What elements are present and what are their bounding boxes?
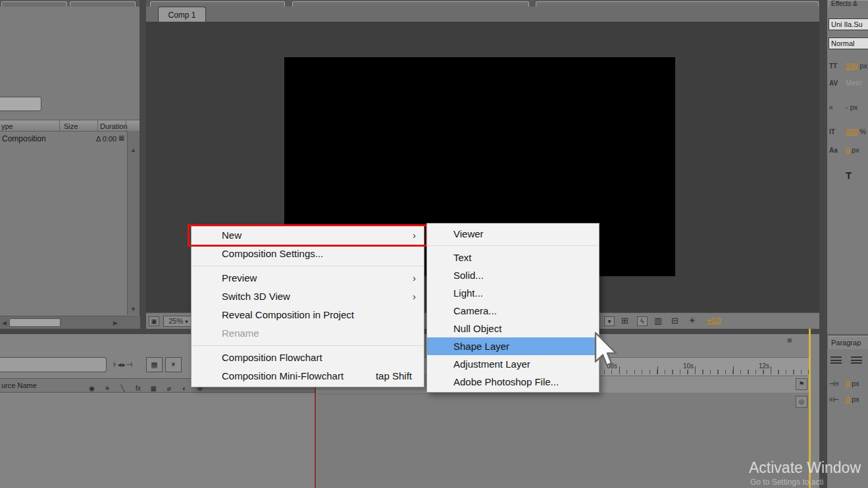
zoom-tool-icon[interactable]: ◎ — [796, 396, 807, 408]
in-out-duration-icon[interactable]: ⊦◂▸⊣ — [113, 360, 133, 369]
indent-left-row: ⊣≡0 px — [829, 379, 859, 387]
kerning-value[interactable]: Metri — [846, 79, 861, 87]
cut-tab[interactable] — [292, 1, 529, 7]
scroll-up-icon[interactable]: ▲ — [130, 147, 136, 153]
submenu-arrow-icon: › — [413, 226, 416, 245]
column-type[interactable]: ype — [1, 122, 13, 130]
submenu-arrow-icon: › — [413, 287, 416, 306]
composition-chart-icon[interactable]: ▦ — [146, 357, 163, 372]
scroll-left-icon[interactable]: ◀ — [2, 320, 7, 326]
menu-item-composition-settings[interactable]: Composition Settings... — [191, 245, 424, 263]
new-submenu: Viewer Text Solid... Light... Camera... … — [426, 223, 600, 393]
menu-item-preview[interactable]: Preview › — [191, 269, 424, 287]
faux-bold-label[interactable]: T — [846, 170, 852, 181]
baseline-shift-value[interactable]: 0 — [846, 146, 850, 154]
draft-switch-icon[interactable]: ╲ — [116, 385, 129, 392]
leading-value[interactable]: - — [846, 103, 848, 111]
exposure-value[interactable]: +0.0 — [707, 316, 721, 324]
cut-tab[interactable] — [70, 1, 136, 7]
column-divider[interactable] — [59, 120, 60, 131]
column-divider[interactable] — [97, 120, 98, 131]
blend-mode-value: Normal — [831, 39, 854, 47]
column-size[interactable]: Size — [64, 122, 78, 130]
activate-windows-watermark: Activate Window — [749, 459, 861, 477]
motion-blur-switch-icon[interactable]: ⌀ — [163, 385, 175, 392]
cut-tab[interactable] — [1, 1, 67, 7]
resolution-dropdown-icon[interactable]: ▾ — [604, 316, 615, 326]
kerning-row: AVMetri — [829, 79, 861, 87]
menu-item-label: Composition Mini-Flowchart — [222, 370, 344, 381]
menu-item-switch-3d-view[interactable]: Switch 3D View › — [191, 287, 424, 306]
project-horizontal-scrollbar[interactable]: ◀ ▶ — [0, 316, 140, 329]
scroll-down-icon[interactable]: ▼ — [130, 306, 136, 312]
effects-panel-tab[interactable]: Effects & — [829, 0, 868, 7]
adjustment-switch-icon[interactable]: ◐ — [178, 385, 191, 392]
project-search-field[interactable] — [0, 97, 41, 111]
faux-styles-row: T — [829, 170, 852, 181]
submenu-item-viewer[interactable]: Viewer — [427, 225, 599, 243]
submenu-item-shape-layer[interactable]: Shape Layer — [427, 337, 599, 355]
motion-blur-toggle-icon[interactable]: ☀ — [165, 357, 182, 372]
submenu-item-text[interactable]: Text — [427, 249, 599, 266]
comp-marker-bin-icon[interactable]: ⚑ — [796, 378, 807, 390]
cut-tab[interactable] — [150, 1, 285, 7]
pixel-aspect-icon[interactable]: ⊟ — [671, 316, 678, 326]
video-switch-icon[interactable]: ◉ — [86, 385, 98, 392]
menu-item-label: Shape Layer — [453, 341, 509, 352]
submenu-item-solid[interactable]: Solid... — [427, 266, 599, 284]
submenu-item-null-object[interactable]: Null Object — [427, 320, 599, 337]
baseline-shift-row: Aa0 px — [829, 146, 859, 154]
cut-tab[interactable] — [536, 1, 819, 7]
submenu-item-adobe-photoshop-file[interactable]: Adobe Photoshop File... — [427, 373, 599, 391]
scrollbar-thumb[interactable] — [9, 318, 61, 327]
font-size-value[interactable]: 190 — [846, 62, 857, 70]
column-divider[interactable] — [126, 120, 126, 131]
indent-right-unit: px — [852, 395, 859, 403]
preview-toggle-icon[interactable]: ▣ — [149, 316, 159, 326]
timeline-search-field[interactable] — [0, 357, 107, 372]
submenu-item-camera[interactable]: Camera... — [427, 302, 599, 320]
submenu-item-light[interactable]: Light... — [427, 284, 599, 302]
column-duration[interactable]: Duration — [100, 122, 128, 130]
project-vertical-scrollbar[interactable]: ▲ ▼ — [127, 131, 140, 315]
paragraph-panel-header: Paragrap — [827, 334, 868, 349]
indent-left-value[interactable]: 0 — [846, 379, 850, 387]
timeline-panel-menu-icon[interactable]: ≡ — [787, 335, 792, 345]
menu-item-label: Text — [453, 252, 472, 263]
view-layout-icon[interactable]: ▥ — [654, 316, 662, 326]
grid-options-icon[interactable]: ⊞ — [621, 316, 628, 326]
menu-item-composition-mini-flowchart[interactable]: Composition Mini-Flowchart tap Shift — [191, 367, 424, 385]
indent-right-value[interactable]: 0 — [846, 395, 850, 403]
menu-item-composition-flowchart[interactable]: Composition Flowchart — [191, 349, 424, 367]
menu-item-label: Preview — [222, 272, 257, 283]
frame-blend-switch-icon[interactable]: ▦ — [147, 385, 160, 392]
panel-gap-vertical — [140, 0, 146, 329]
source-name-column[interactable]: urce Name — [1, 381, 37, 389]
menu-item-label: New — [222, 230, 242, 241]
fast-preview-icon[interactable]: ϟ — [637, 316, 648, 326]
tab-comp-1[interactable]: Comp 1 — [158, 7, 206, 22]
blend-mode-dropdown[interactable]: Normal — [829, 37, 868, 49]
fx-switch-icon[interactable]: fx — [132, 385, 144, 392]
solo-switch-icon[interactable]: ☀ — [101, 385, 113, 392]
menu-item-label: Solid... — [453, 270, 484, 281]
leading-unit: px — [850, 103, 858, 111]
scroll-right-icon[interactable]: ▶ — [113, 320, 118, 326]
vertical-scale-value[interactable]: 100 — [846, 128, 857, 135]
exposure-sun-icon[interactable]: ☀ — [688, 316, 696, 326]
zoom-level-dropdown[interactable]: 25% ▾ — [163, 316, 193, 327]
menu-item-label: Switch 3D View — [222, 291, 290, 302]
submenu-item-adjustment-layer[interactable]: Adjustment Layer — [427, 355, 599, 373]
font-family-field[interactable]: Uni Ila.Su — [829, 18, 868, 30]
leading-row: ≡- px — [829, 103, 857, 111]
indent-left-unit: px — [852, 379, 859, 387]
align-left-icon[interactable] — [830, 356, 842, 365]
baseline-shift-icon: Aa — [829, 147, 846, 154]
project-row-composition[interactable]: Composition Δ 0:00 ▦ — [0, 132, 126, 145]
timeline-tracks-area[interactable] — [316, 393, 810, 488]
menu-item-label: Camera... — [453, 305, 497, 316]
menu-item-new[interactable]: New › — [191, 226, 424, 245]
menu-item-reveal-composition[interactable]: Reveal Composition in Project — [191, 306, 424, 324]
paragraph-panel-tab[interactable]: Paragrap — [829, 336, 868, 349]
align-center-icon[interactable] — [851, 356, 862, 365]
